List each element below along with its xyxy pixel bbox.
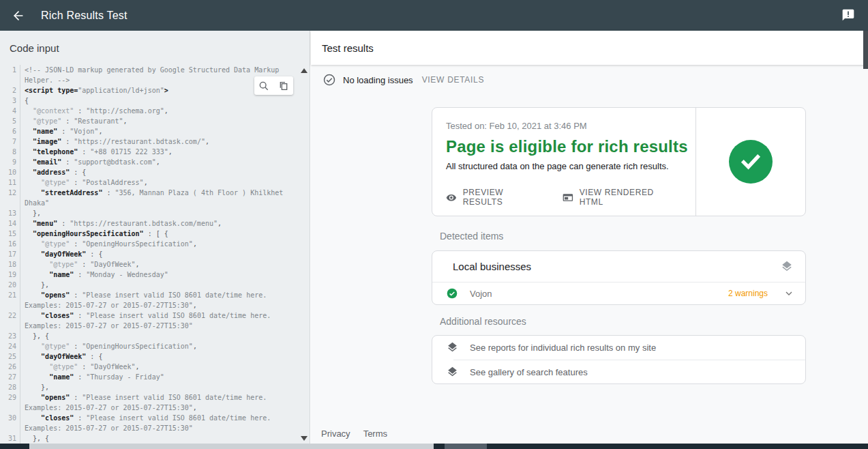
preview-results-label: PREVIEW RESULTS: [463, 188, 540, 207]
view-rendered-html-button[interactable]: VIEW RENDERED HTML: [563, 188, 673, 207]
editor-toolbar: [254, 76, 293, 95]
code-line: 7 "image" : "https://restaurant.bdtask.c…: [0, 136, 310, 147]
additional-resources-heading: Additional resources: [440, 316, 526, 327]
code-line: 25 "dayOfWeek" : {: [0, 351, 310, 362]
code-line: 12 "streetAddress" : "356, Mannan Plaza …: [0, 188, 310, 208]
code-line: 27 "name" : "Thursday - Friday": [0, 372, 310, 382]
code-line: 8 "telephone" : "+88 01715 222 333",: [0, 147, 310, 157]
scroll-down-arrow-icon[interactable]: [301, 436, 308, 441]
rich-result-layers-icon: [781, 261, 793, 273]
feedback-button[interactable]: [841, 8, 855, 22]
success-check-icon: [729, 140, 773, 184]
code-line: 11 "@type" : "PostalAddress",: [0, 177, 310, 188]
code-input-panel: Code input 1<!-- JSON-LD markup generate…: [0, 31, 310, 449]
terms-link[interactable]: Terms: [363, 429, 387, 439]
back-button[interactable]: [10, 8, 27, 24]
resource-label: See gallery of search features: [470, 367, 588, 377]
view-rendered-html-label: VIEW RENDERED HTML: [580, 188, 673, 207]
code-line: 22 "closes" : "Please insert valid ISO 8…: [0, 310, 310, 331]
check-circle-filled-icon: [447, 288, 458, 299]
app-bar: Rich Results Test: [0, 0, 868, 31]
code-line: 28 },: [0, 382, 310, 392]
result-subtext: All structured data on the page can gene…: [446, 161, 695, 171]
code-line: 9 "email" : "support@bdtask.com",: [0, 157, 310, 167]
resource-row-gallery[interactable]: See gallery of search features: [453, 360, 805, 383]
horizontal-scrollbar-thumb[interactable]: [29, 444, 434, 449]
code-line: 4 "@context" : "http://schema.org",: [0, 106, 310, 116]
resource-row-reports[interactable]: See reports for individual rich results …: [432, 336, 805, 360]
code-editor[interactable]: 1<!-- JSON-LD markup generated by Google…: [0, 65, 310, 444]
code-line: 29 "opens" : "Please insert valid ISO 86…: [0, 392, 310, 413]
code-line: 15 "openingHoursSpecification" : [ {: [0, 229, 310, 239]
code-line: 26 "@type" : "DayOfWeek",: [0, 362, 310, 372]
view-details-button[interactable]: VIEW DETAILS: [422, 75, 485, 85]
privacy-link[interactable]: Privacy: [321, 429, 350, 439]
feedback-icon: [841, 8, 855, 22]
scroll-up-arrow-icon[interactable]: [301, 68, 308, 73]
result-headline: Page is eligible for rich results: [446, 137, 695, 156]
copy-icon[interactable]: [278, 81, 289, 91]
code-line: 6 "name" : "Vojon",: [0, 126, 310, 136]
local-businesses-title: Local businesses: [453, 261, 781, 272]
preview-results-button[interactable]: PREVIEW RESULTS: [446, 188, 540, 207]
horizontal-scrollbar-track[interactable]: [0, 444, 868, 449]
check-circle-outline-icon: [323, 74, 335, 86]
code-line: 14 "menu" : "https://restaurant.bdtask.c…: [0, 218, 310, 229]
detected-items-card: Local businesses Vojon 2 warnings: [432, 250, 806, 305]
code-line: 21 "opens" : "Please insert valid ISO 86…: [0, 290, 310, 310]
warnings-badge: 2 warnings: [728, 289, 768, 298]
horizontal-scrollbar-thumb-secondary[interactable]: [445, 444, 487, 449]
test-results-title: Test results: [322, 42, 374, 54]
eye-icon: [446, 192, 457, 203]
code-line: 30 "closes" : "Please insert valid ISO 8…: [0, 413, 310, 433]
code-line: 16 "@type" : "OpeningHoursSpecification"…: [0, 239, 310, 249]
entity-name: Vojon: [470, 289, 728, 299]
additional-resources-card: See reports for individual rich results …: [432, 335, 806, 384]
code-line: 13 },: [0, 208, 310, 218]
test-results-header: Test results: [311, 31, 868, 65]
detected-items-heading: Detected items: [440, 231, 503, 242]
entity-row-vojon[interactable]: Vojon 2 warnings: [432, 283, 805, 304]
back-arrow-icon: [12, 9, 25, 23]
code-line: 5 "@type" : "Restaurant",: [0, 116, 310, 126]
result-status-side: [695, 108, 805, 216]
loading-status-text: No loading issues: [343, 75, 413, 85]
resource-label: See reports for individual rich results …: [470, 343, 656, 353]
footer-links: Privacy Terms: [321, 429, 400, 439]
loading-status-row: No loading issues VIEW DETAILS: [323, 74, 484, 86]
code-line: 20 },: [0, 280, 310, 290]
code-line: 23 }, {: [0, 331, 310, 341]
result-summary-card: Tested on: Feb 10, 2021 at 3:46 PM Page …: [432, 107, 806, 216]
tested-on-text: Tested on: Feb 10, 2021 at 3:46 PM: [446, 121, 695, 131]
code-line: 24 "@type" : "OpeningHoursSpecification"…: [0, 341, 310, 351]
test-results-panel: Test results No loading issues VIEW DETA…: [311, 31, 868, 449]
code-line: 17 "dayOfWeek" : {: [0, 249, 310, 259]
right-scrollbar-thumb[interactable]: [863, 31, 868, 69]
rich-results-test-app: Rich Results Test Code input 1<!-- JSON-…: [0, 0, 868, 449]
code-line: 19 "name" : "Monday - Wednesday": [0, 270, 310, 280]
result-summary-main: Tested on: Feb 10, 2021 at 3:46 PM Page …: [432, 108, 695, 216]
code-line: 10 "address" : {: [0, 167, 310, 177]
code-line: 18 "@type" : "DayOfWeek",: [0, 259, 310, 270]
search-icon[interactable]: [258, 81, 269, 91]
result-actions: PREVIEW RESULTS VIEW RENDERED HTML: [446, 188, 695, 207]
code-lines: 1<!-- JSON-LD markup generated by Google…: [0, 65, 310, 444]
chevron-down-icon[interactable]: [783, 288, 794, 299]
code-line: 31 }, {: [0, 433, 310, 444]
code-line: 3{: [0, 96, 310, 106]
layers-icon: [447, 342, 458, 353]
code-input-title: Code input: [0, 31, 310, 65]
local-businesses-header[interactable]: Local businesses: [432, 251, 805, 283]
layers-icon: [447, 366, 458, 378]
app-title: Rich Results Test: [41, 10, 128, 22]
rendered-html-icon: [563, 192, 573, 203]
